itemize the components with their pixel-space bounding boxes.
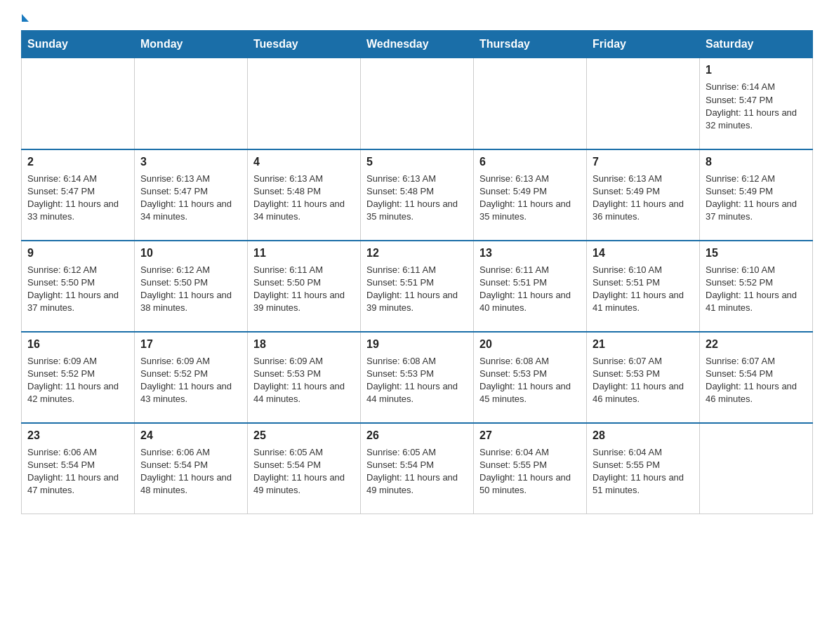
day-info: Sunrise: 6:04 AMSunset: 5:55 PMDaylight:…	[479, 446, 581, 497]
calendar-cell	[700, 423, 813, 514]
day-number: 1	[706, 62, 807, 78]
calendar-cell: 17Sunrise: 6:09 AMSunset: 5:52 PMDayligh…	[135, 332, 248, 423]
day-number: 13	[479, 246, 581, 261]
weekday-header-thursday: Thursday	[474, 31, 587, 58]
calendar-cell: 18Sunrise: 6:09 AMSunset: 5:53 PMDayligh…	[248, 332, 361, 423]
day-info: Sunrise: 6:12 AMSunset: 5:50 PMDaylight:…	[140, 264, 241, 315]
day-number: 21	[593, 337, 694, 352]
calendar-cell: 7Sunrise: 6:13 AMSunset: 5:49 PMDaylight…	[587, 149, 700, 241]
calendar-cell: 25Sunrise: 6:05 AMSunset: 5:54 PMDayligh…	[248, 423, 361, 514]
week-row-2: 2Sunrise: 6:14 AMSunset: 5:47 PMDaylight…	[22, 149, 813, 241]
calendar-cell: 11Sunrise: 6:11 AMSunset: 5:50 PMDayligh…	[248, 241, 361, 332]
calendar-cell: 20Sunrise: 6:08 AMSunset: 5:53 PMDayligh…	[474, 332, 587, 423]
day-number: 8	[706, 154, 807, 170]
day-info: Sunrise: 6:09 AMSunset: 5:52 PMDaylight:…	[27, 355, 128, 406]
week-row-1: 1Sunrise: 6:14 AMSunset: 5:47 PMDaylight…	[22, 58, 813, 149]
day-info: Sunrise: 6:11 AMSunset: 5:50 PMDaylight:…	[253, 264, 355, 315]
calendar-cell: 24Sunrise: 6:06 AMSunset: 5:54 PMDayligh…	[135, 423, 248, 514]
weekday-header-saturday: Saturday	[700, 31, 813, 58]
calendar-cell: 10Sunrise: 6:12 AMSunset: 5:50 PMDayligh…	[135, 241, 248, 332]
calendar-cell: 4Sunrise: 6:13 AMSunset: 5:48 PMDaylight…	[248, 149, 361, 241]
week-row-3: 9Sunrise: 6:12 AMSunset: 5:50 PMDaylight…	[22, 241, 813, 332]
calendar-table: SundayMondayTuesdayWednesdayThursdayFrid…	[21, 30, 813, 514]
weekday-header-sunday: Sunday	[22, 31, 135, 58]
calendar-cell: 1Sunrise: 6:14 AMSunset: 5:47 PMDaylight…	[700, 58, 813, 149]
calendar-cell	[22, 58, 135, 149]
calendar-cell: 13Sunrise: 6:11 AMSunset: 5:51 PMDayligh…	[474, 241, 587, 332]
day-number: 22	[706, 337, 807, 352]
day-info: Sunrise: 6:13 AMSunset: 5:48 PMDaylight:…	[366, 173, 468, 224]
calendar-cell: 16Sunrise: 6:09 AMSunset: 5:52 PMDayligh…	[22, 332, 135, 423]
day-info: Sunrise: 6:05 AMSunset: 5:54 PMDaylight:…	[366, 446, 468, 497]
day-number: 28	[593, 428, 694, 443]
calendar-cell	[361, 58, 474, 149]
day-number: 5	[366, 154, 468, 170]
day-info: Sunrise: 6:07 AMSunset: 5:53 PMDaylight:…	[593, 355, 694, 406]
logo	[21, 14, 29, 23]
day-number: 18	[253, 337, 355, 352]
day-number: 10	[140, 246, 241, 261]
day-info: Sunrise: 6:09 AMSunset: 5:53 PMDaylight:…	[253, 355, 355, 406]
day-info: Sunrise: 6:08 AMSunset: 5:53 PMDaylight:…	[366, 355, 468, 406]
day-number: 17	[140, 337, 241, 352]
day-info: Sunrise: 6:04 AMSunset: 5:55 PMDaylight:…	[593, 446, 694, 497]
day-info: Sunrise: 6:07 AMSunset: 5:54 PMDaylight:…	[706, 355, 807, 406]
calendar-cell	[135, 58, 248, 149]
calendar-cell: 23Sunrise: 6:06 AMSunset: 5:54 PMDayligh…	[22, 423, 135, 514]
calendar-cell: 12Sunrise: 6:11 AMSunset: 5:51 PMDayligh…	[361, 241, 474, 332]
calendar-cell: 2Sunrise: 6:14 AMSunset: 5:47 PMDaylight…	[22, 149, 135, 241]
day-number: 27	[479, 428, 581, 443]
day-number: 4	[253, 154, 355, 170]
calendar-cell: 26Sunrise: 6:05 AMSunset: 5:54 PMDayligh…	[361, 423, 474, 514]
day-info: Sunrise: 6:09 AMSunset: 5:52 PMDaylight:…	[140, 355, 241, 406]
day-info: Sunrise: 6:10 AMSunset: 5:52 PMDaylight:…	[706, 264, 807, 315]
day-number: 25	[253, 428, 355, 443]
day-number: 24	[140, 428, 241, 443]
day-number: 20	[479, 337, 581, 352]
day-info: Sunrise: 6:14 AMSunset: 5:47 PMDaylight:…	[706, 81, 807, 132]
weekday-header-row: SundayMondayTuesdayWednesdayThursdayFrid…	[22, 31, 813, 58]
day-info: Sunrise: 6:13 AMSunset: 5:49 PMDaylight:…	[479, 173, 581, 224]
day-number: 7	[593, 154, 694, 170]
weekday-header-friday: Friday	[587, 31, 700, 58]
calendar-cell: 15Sunrise: 6:10 AMSunset: 5:52 PMDayligh…	[700, 241, 813, 332]
day-number: 16	[27, 337, 128, 352]
calendar-cell	[248, 58, 361, 149]
calendar-cell: 19Sunrise: 6:08 AMSunset: 5:53 PMDayligh…	[361, 332, 474, 423]
day-info: Sunrise: 6:12 AMSunset: 5:50 PMDaylight:…	[27, 264, 128, 315]
day-info: Sunrise: 6:14 AMSunset: 5:47 PMDaylight:…	[27, 173, 128, 224]
week-row-5: 23Sunrise: 6:06 AMSunset: 5:54 PMDayligh…	[22, 423, 813, 514]
day-info: Sunrise: 6:06 AMSunset: 5:54 PMDaylight:…	[140, 446, 241, 497]
calendar-cell: 6Sunrise: 6:13 AMSunset: 5:49 PMDaylight…	[474, 149, 587, 241]
day-info: Sunrise: 6:13 AMSunset: 5:48 PMDaylight:…	[253, 173, 355, 224]
day-number: 19	[366, 337, 468, 352]
day-info: Sunrise: 6:10 AMSunset: 5:51 PMDaylight:…	[593, 264, 694, 315]
day-info: Sunrise: 6:13 AMSunset: 5:49 PMDaylight:…	[593, 173, 694, 224]
weekday-header-wednesday: Wednesday	[361, 31, 474, 58]
day-info: Sunrise: 6:05 AMSunset: 5:54 PMDaylight:…	[253, 446, 355, 497]
logo-triangle-icon	[22, 14, 29, 22]
day-number: 6	[479, 154, 581, 170]
calendar-cell: 5Sunrise: 6:13 AMSunset: 5:48 PMDaylight…	[361, 149, 474, 241]
calendar-cell: 8Sunrise: 6:12 AMSunset: 5:49 PMDaylight…	[700, 149, 813, 241]
day-info: Sunrise: 6:13 AMSunset: 5:47 PMDaylight:…	[140, 173, 241, 224]
week-row-4: 16Sunrise: 6:09 AMSunset: 5:52 PMDayligh…	[22, 332, 813, 423]
day-number: 12	[366, 246, 468, 261]
day-number: 23	[27, 428, 128, 443]
calendar-cell: 21Sunrise: 6:07 AMSunset: 5:53 PMDayligh…	[587, 332, 700, 423]
calendar-cell: 27Sunrise: 6:04 AMSunset: 5:55 PMDayligh…	[474, 423, 587, 514]
calendar-cell: 28Sunrise: 6:04 AMSunset: 5:55 PMDayligh…	[587, 423, 700, 514]
weekday-header-tuesday: Tuesday	[248, 31, 361, 58]
day-info: Sunrise: 6:11 AMSunset: 5:51 PMDaylight:…	[479, 264, 581, 315]
day-info: Sunrise: 6:08 AMSunset: 5:53 PMDaylight:…	[479, 355, 581, 406]
calendar-cell: 9Sunrise: 6:12 AMSunset: 5:50 PMDaylight…	[22, 241, 135, 332]
day-info: Sunrise: 6:06 AMSunset: 5:54 PMDaylight:…	[27, 446, 128, 497]
day-number: 15	[706, 246, 807, 261]
day-number: 11	[253, 246, 355, 261]
page-header	[21, 14, 813, 23]
day-number: 26	[366, 428, 468, 443]
day-info: Sunrise: 6:11 AMSunset: 5:51 PMDaylight:…	[366, 264, 468, 315]
day-number: 3	[140, 154, 241, 170]
day-number: 9	[27, 246, 128, 261]
weekday-header-monday: Monday	[135, 31, 248, 58]
